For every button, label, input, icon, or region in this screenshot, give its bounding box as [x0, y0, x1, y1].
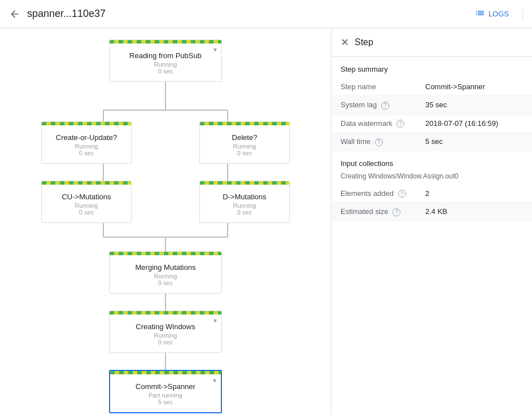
node-reading-status: Running: [121, 61, 210, 68]
step-panel-header: ✕ Step: [332, 28, 532, 57]
wall-time-value: 5 sec: [416, 133, 532, 151]
system-lag-help-icon[interactable]: ?: [381, 102, 389, 110]
main-content: ▾ Reading from PubSub Running 0 sec: [0, 28, 532, 415]
elements-added-row: Elements added ? 2: [332, 185, 532, 203]
branch-nodes-row: Create-or-Update? Running 0 sec Delete? …: [30, 121, 301, 164]
branch-lines-top: [30, 99, 301, 121]
collection-path: Creating Windows/Window.Assign.out0: [332, 170, 532, 185]
node-commit-spanner[interactable]: ▾ Commit->Spanner Part running 5 sec: [109, 370, 222, 413]
elements-added-value: 2: [416, 185, 532, 203]
node-create-update-name: Create-or-Update?: [53, 133, 120, 142]
data-watermark-row: Data watermark ? 2018-07-07 (16:16:59): [332, 114, 532, 133]
node-delete-time: 0 sec: [211, 150, 278, 156]
mutations-nodes-row: CU->Mutations Running 0 sec D->Mutations…: [30, 181, 301, 223]
node-creating-windows-status: Running: [121, 332, 210, 339]
node-d-mutations-time: 0 sec: [211, 209, 278, 216]
estimated-size-value: 2.4 KB: [416, 203, 532, 221]
node-reading-name: Reading from PubSub: [121, 51, 210, 60]
node-cu-mutations-name: CU->Mutations: [53, 193, 120, 201]
step-panel-title: Step: [355, 37, 373, 47]
step-name-row: Step name Commit->Spanner: [332, 78, 532, 96]
node-delete-name: Delete?: [211, 133, 278, 142]
pipeline-panel: ▾ Reading from PubSub Running 0 sec: [0, 28, 332, 415]
node-d-mutations-status: Running: [211, 202, 278, 209]
logs-icon: [475, 8, 485, 20]
node-cu-mutations-time: 0 sec: [53, 209, 120, 216]
wall-time-label: Wall time ?: [332, 133, 416, 151]
estimated-size-label: Estimated size ?: [332, 203, 416, 221]
chevron-down-icon-3: ▾: [213, 377, 216, 385]
node-delete[interactable]: Delete? Running 0 sec: [199, 121, 290, 164]
node-cu-mutations[interactable]: CU->Mutations Running 0 sec: [41, 181, 132, 223]
node-commit-spanner-name: Commit->Spanner: [121, 382, 210, 391]
system-lag-label: System lag ?: [332, 96, 416, 115]
node-merging-time: 0 sec: [121, 279, 210, 286]
data-watermark-value: 2018-07-07 (16:16:59): [416, 114, 532, 133]
chevron-down-icon: ▾: [213, 46, 217, 54]
step-summary-title: Step summary: [332, 57, 532, 78]
step-name-value: Commit->Spanner: [416, 78, 532, 96]
node-creating-windows[interactable]: ▾ Creating Windows Running 0 sec: [109, 311, 222, 353]
step-summary-table: Step name Commit->Spanner System lag ? 3…: [332, 78, 532, 151]
node-creating-windows-name: Creating Windows: [121, 322, 210, 331]
estimated-size-row: Estimated size ? 2.4 KB: [332, 203, 532, 221]
step-name-label: Step name: [332, 78, 416, 96]
node-commit-spanner-time: 5 sec: [121, 399, 210, 405]
logs-label: LOGS: [489, 10, 509, 18]
branch-connector-mid: [30, 164, 301, 181]
elements-added-label: Elements added ?: [332, 185, 416, 203]
collection-stats-table: Elements added ? 2 Estimated size ? 2.4 …: [332, 185, 532, 221]
node-commit-spanner-status: Part running: [121, 392, 210, 399]
node-merging-name: Merging Mutations: [121, 263, 210, 272]
node-create-update-time: 0 sec: [53, 150, 120, 156]
node-reading-time: 0 sec: [121, 68, 210, 75]
logs-button[interactable]: LOGS: [475, 8, 523, 20]
node-d-mutations-name: D->Mutations: [211, 193, 278, 201]
system-lag-value: 35 sec: [416, 96, 532, 115]
close-button[interactable]: ✕: [341, 36, 349, 49]
header: spanner...110e37 LOGS: [0, 0, 532, 28]
wall-time-row: Wall time ? 5 sec: [332, 133, 532, 151]
merge-lines: [30, 223, 301, 251]
back-button[interactable]: [9, 8, 20, 20]
node-cu-mutations-status: Running: [53, 202, 120, 209]
elements-added-help-icon[interactable]: ?: [398, 190, 406, 198]
step-panel: ✕ Step Step summary Step name Commit->Sp…: [332, 28, 532, 415]
node-create-update-status: Running: [53, 143, 120, 150]
system-lag-row: System lag ? 35 sec: [332, 96, 532, 115]
data-watermark-label: Data watermark ?: [332, 114, 416, 133]
input-collections-title: Input collections: [332, 151, 532, 170]
node-reading[interactable]: ▾ Reading from PubSub Running 0 sec: [109, 40, 222, 82]
page-title: spanner...110e37: [27, 8, 251, 20]
node-delete-status: Running: [211, 143, 278, 150]
pipeline-diagram: ▾ Reading from PubSub Running 0 sec: [11, 40, 320, 413]
node-creating-windows-time: 0 sec: [121, 339, 210, 346]
estimated-size-help-icon[interactable]: ?: [393, 208, 400, 216]
node-merging-status: Running: [121, 273, 210, 279]
node-merging[interactable]: Merging Mutations Running 0 sec: [109, 251, 222, 294]
node-create-update[interactable]: Create-or-Update? Running 0 sec: [41, 121, 132, 164]
node-d-mutations[interactable]: D->Mutations Running 0 sec: [199, 181, 290, 223]
chevron-down-icon-2: ▾: [213, 317, 217, 325]
wall-time-help-icon[interactable]: ?: [375, 138, 383, 146]
data-watermark-help-icon[interactable]: ?: [396, 120, 404, 128]
